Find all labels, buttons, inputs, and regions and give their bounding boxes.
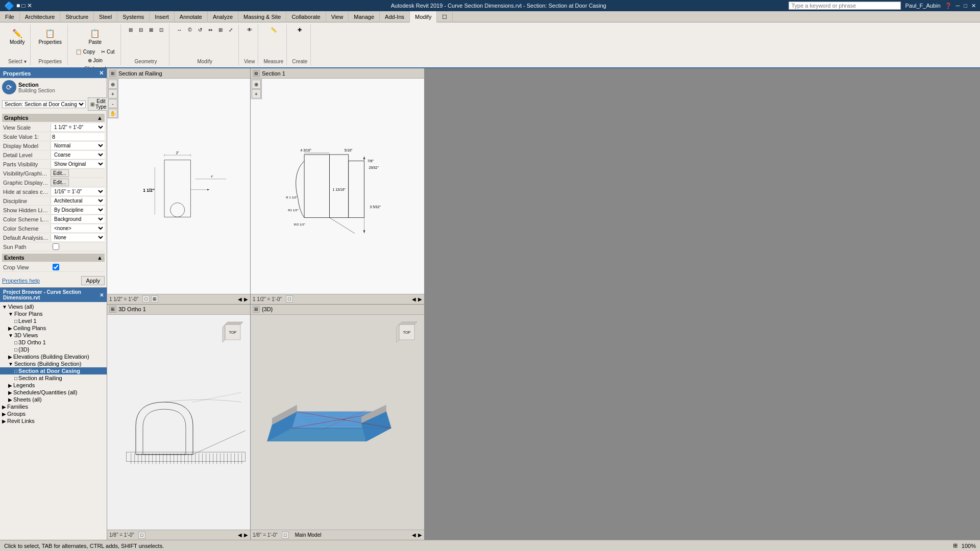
pb-expand-icon[interactable]: □ xyxy=(14,375,17,381)
show-hidden-select[interactable]: By Discipline xyxy=(51,206,105,214)
ribbon-tab-file[interactable]: File xyxy=(0,11,20,22)
modify-btn[interactable]: ✏️ Modify xyxy=(7,26,27,46)
vp-scale-btn-s1[interactable]: □ xyxy=(286,295,293,303)
pb-item-views-(all)[interactable]: ▼ Views (all) xyxy=(0,303,107,310)
geom-btn2[interactable]: ⊟ xyxy=(136,26,145,34)
detail-level-select[interactable]: Coarse xyxy=(51,151,105,159)
join-btn[interactable]: ⊕ Join xyxy=(85,56,105,65)
pb-item-level-1[interactable]: □ Level 1 xyxy=(0,317,107,324)
pb-expand-icon[interactable]: ▶ xyxy=(2,411,6,417)
pb-item-elevations-(building-elevation)[interactable]: ▶ Elevations (Building Elevation) xyxy=(0,353,107,360)
zoom-in-btn-r[interactable]: + xyxy=(108,89,117,98)
pb-item-3d-ortho-1[interactable]: □ 3D Ortho 1 xyxy=(0,339,107,346)
pb-item-sheets-(all)[interactable]: ▶ Sheets (all) xyxy=(0,396,107,403)
measure-btn[interactable]: 📏 xyxy=(268,26,279,34)
pb-expand-icon[interactable]: ▶ xyxy=(8,354,12,360)
pb-item-section-at-door-casing[interactable]: □ Section at Door Casing xyxy=(0,367,107,374)
ribbon-tab-view[interactable]: View xyxy=(326,11,349,22)
copy-btn[interactable]: 📋 Copy xyxy=(73,47,97,56)
pb-item-groups[interactable]: ▶ Groups xyxy=(0,410,107,417)
zoom-out-btn-r[interactable]: - xyxy=(108,99,117,108)
zoom-fit-btn-r[interactable]: ⊕ xyxy=(108,80,117,89)
pb-item-schedules/quantities-(all)[interactable]: ▶ Schedules/Quantities (all) xyxy=(0,389,107,396)
create-btn[interactable]: ✚ xyxy=(295,26,304,34)
viewport-railing-canvas[interactable]: ⊕ + - ✋ 2" 1 1/2" xyxy=(107,79,250,294)
properties-help-link[interactable]: Properties help xyxy=(2,278,40,284)
mirror-btn[interactable]: ⇔ xyxy=(206,26,215,34)
pb-item-section-at-railing[interactable]: □ Section at Railing xyxy=(0,374,107,382)
paste-btn[interactable]: 📋 Paste xyxy=(86,26,104,46)
ribbon-tab-analyze[interactable]: Analyze xyxy=(208,11,238,22)
view-btn[interactable]: 👁 xyxy=(244,26,255,34)
pb-item-{3d}[interactable]: □ {3D} xyxy=(0,346,107,353)
pb-expand-icon[interactable]: ▼ xyxy=(8,311,13,317)
edit-type-button[interactable]: ⊞ Edit Type xyxy=(88,97,109,111)
pb-expand-icon[interactable]: ▶ xyxy=(2,404,6,410)
move-btn[interactable]: ↔ xyxy=(175,26,185,34)
pb-expand-icon[interactable]: □ xyxy=(14,340,17,345)
pb-expand-icon[interactable]: ▶ xyxy=(8,325,12,331)
nav-cube-3d[interactable]: TOP xyxy=(391,317,422,347)
pb-item-revit-links[interactable]: ▶ Revit Links xyxy=(0,417,107,424)
help-icon[interactable]: ❓ xyxy=(945,3,952,9)
ribbon-tab-add-ins[interactable]: Add-Ins xyxy=(380,11,410,22)
viewport-3d-ortho-canvas[interactable]: TOP xyxy=(107,315,250,530)
minimize-icon[interactable]: ─ xyxy=(956,3,960,9)
ribbon-tab-collaborate[interactable]: Collaborate xyxy=(286,11,326,22)
crop-view-checkbox[interactable] xyxy=(53,264,59,270)
sun-path-checkbox[interactable] xyxy=(53,243,59,250)
geom-btn4[interactable]: ⊡ xyxy=(157,26,166,34)
ribbon-tab-systems[interactable]: Systems xyxy=(117,11,150,22)
extents-section-header[interactable]: Extents ▲ xyxy=(2,254,105,262)
pb-item-3d-views[interactable]: ▼ 3D Views xyxy=(0,332,107,339)
zoom-in-btn-s1[interactable]: + xyxy=(252,89,261,98)
properties-btn[interactable]: 📋 Properties xyxy=(36,26,64,46)
close-icon[interactable]: ✕ xyxy=(971,3,976,9)
viewport-3d-canvas[interactable]: TOP xyxy=(251,315,424,530)
view-scale-select[interactable]: 1 1/2" = 1'-0" xyxy=(51,123,105,131)
pb-expand-icon[interactable]: ▼ xyxy=(8,333,13,338)
graphics-section-header[interactable]: Graphics ▲ xyxy=(2,114,105,122)
pb-item-legends[interactable]: ▶ Legends xyxy=(0,382,107,389)
nav-cube-3d-ortho[interactable]: TOP xyxy=(217,317,248,347)
parts-visibility-select[interactable]: Show Original xyxy=(51,160,105,168)
pb-item-floor-plans[interactable]: ▼ Floor Plans xyxy=(0,310,107,317)
project-browser-body[interactable]: ▼ Views (all)▼ Floor Plans□ Level 1▶ Cei… xyxy=(0,302,107,540)
scope-select[interactable]: Section: Section at Door Casing xyxy=(2,101,86,108)
pb-expand-icon[interactable]: ▶ xyxy=(2,418,6,424)
cut-btn[interactable]: ✂ Cut xyxy=(99,47,117,56)
default-analysis-select[interactable]: None xyxy=(51,234,105,241)
viewport-section1-canvas[interactable]: ⊕ + 4 3/16" 5/16" 1 13/ xyxy=(251,79,424,294)
pb-expand-icon[interactable]: ▼ xyxy=(2,304,7,310)
visibility-edit-button[interactable]: Edit... xyxy=(51,169,69,177)
vp-scale-btn-3d[interactable]: □ xyxy=(282,532,289,539)
pb-item-families[interactable]: ▶ Families xyxy=(0,403,107,410)
search-input[interactable] xyxy=(789,2,901,10)
array-btn[interactable]: ⊞ xyxy=(216,26,225,34)
display-model-select[interactable]: Normal xyxy=(51,142,105,149)
zoom-fit-btn-s1[interactable]: ⊕ xyxy=(252,80,261,89)
vp-display-btn-r[interactable]: ⊞ xyxy=(151,295,158,303)
discipline-select[interactable]: Architectural xyxy=(51,197,105,205)
ribbon-tab-manage[interactable]: Manage xyxy=(349,11,380,22)
maximize-icon[interactable]: □ xyxy=(964,3,967,9)
copy2-btn[interactable]: © xyxy=(186,26,194,34)
rotate-btn[interactable]: ↺ xyxy=(195,26,205,34)
apply-button[interactable]: Apply xyxy=(81,276,105,285)
properties-close-icon[interactable]: ✕ xyxy=(99,70,104,77)
graphic-display-edit-button[interactable]: Edit... xyxy=(51,179,69,186)
pb-expand-icon[interactable]: □ xyxy=(14,368,17,374)
ribbon-tab-annotate[interactable]: Annotate xyxy=(175,11,208,22)
geom-btn1[interactable]: ⊞ xyxy=(126,26,135,34)
pb-expand-icon[interactable]: □ xyxy=(14,318,17,324)
pb-expand-icon[interactable]: ▶ xyxy=(8,383,12,388)
pb-expand-icon[interactable]: ▶ xyxy=(8,390,12,395)
pb-item-sections-(building-section)[interactable]: ▼ Sections (Building Section) xyxy=(0,360,107,367)
pb-close-icon[interactable]: ✕ xyxy=(100,292,104,298)
pan-btn-r[interactable]: ✋ xyxy=(108,109,117,118)
ribbon-tab-insert[interactable]: Insert xyxy=(150,11,175,22)
hide-scales-select[interactable]: 1/16" = 1'-0" xyxy=(51,188,105,195)
color-scheme-select[interactable]: <none> xyxy=(51,224,105,232)
pb-expand-icon[interactable]: ▼ xyxy=(8,361,13,367)
ribbon-tab-modify[interactable]: Modify xyxy=(410,11,437,22)
